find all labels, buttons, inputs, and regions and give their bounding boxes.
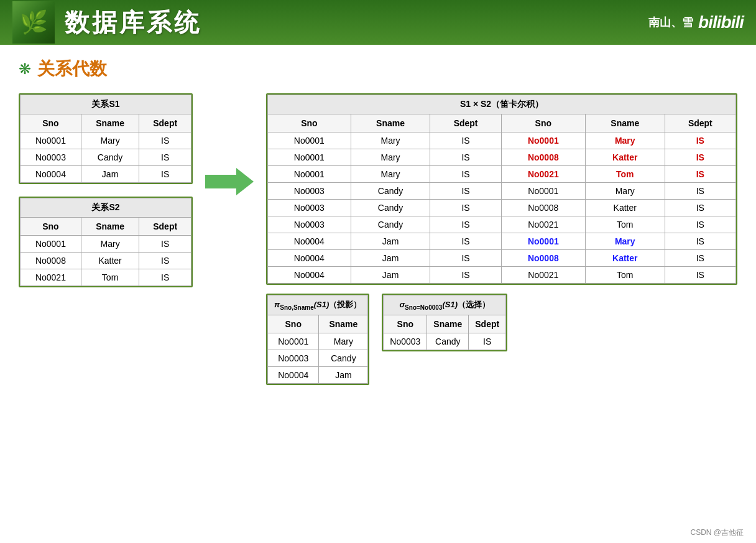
table-row: No0004 Jam IS No0008 Katter IS bbox=[268, 250, 736, 267]
cell: No0021 bbox=[501, 216, 585, 233]
cell: No0001 bbox=[268, 166, 351, 183]
footer-text: CSDN @吉他征 bbox=[690, 528, 744, 537]
cell: Jam bbox=[351, 233, 430, 250]
cell: Katter bbox=[585, 200, 665, 216]
table-row: No0003 Candy IS No0021 Tom IS bbox=[268, 216, 736, 233]
table-row: πSno,Sname(S1)（投影） bbox=[268, 295, 368, 315]
right-panel: S1 × S2（笛卡尔积） Sno Sname Sdept Sno Sname … bbox=[266, 93, 737, 385]
col-sno2: Sno bbox=[501, 114, 585, 132]
cell: Mary bbox=[585, 233, 665, 250]
cell: IS bbox=[665, 216, 735, 233]
cell: Mary bbox=[585, 132, 665, 149]
col-sname1: Sname bbox=[351, 114, 430, 132]
cell: IS bbox=[430, 149, 501, 166]
cartesian-table-container: S1 × S2（笛卡尔积） Sno Sname Sdept Sno Sname … bbox=[266, 93, 737, 285]
selection-table-container: σSno=No0003(S1)（选择） Sno Sname Sdept No00… bbox=[382, 294, 507, 351]
cell: IS bbox=[430, 200, 501, 216]
cell: Mary bbox=[81, 132, 139, 149]
cell: IS bbox=[430, 267, 501, 284]
sel-col-sno: Sno bbox=[384, 315, 427, 333]
selection-container: σSno=No0003(S1)（选择） Sno Sname Sdept No00… bbox=[382, 294, 507, 351]
cell: No0021 bbox=[501, 267, 585, 284]
s2-col-sno: Sno bbox=[21, 218, 81, 236]
cell: IS bbox=[139, 132, 191, 149]
table-row: No0001 Mary IS No0001 Mary IS bbox=[268, 132, 736, 149]
section-title-container: ❋ 关系代数 bbox=[19, 57, 737, 81]
cell: IS bbox=[430, 183, 501, 200]
cell: IS bbox=[469, 333, 506, 350]
cell: Jam bbox=[351, 267, 430, 284]
cell: IS bbox=[430, 166, 501, 183]
cell: Katter bbox=[585, 149, 665, 166]
cell: No0003 bbox=[384, 333, 427, 350]
cell: IS bbox=[665, 233, 735, 250]
cell: IS bbox=[665, 250, 735, 267]
cell: No0004 bbox=[268, 233, 351, 250]
main-layout: 关系S1 Sno Sname Sdept No0001 Mary IS bbox=[19, 93, 737, 385]
selection-table: σSno=No0003(S1)（选择） Sno Sname Sdept No00… bbox=[383, 295, 506, 350]
col-sdept1: Sdept bbox=[430, 114, 501, 132]
cell: IS bbox=[139, 269, 191, 286]
table-row: No0003 Candy IS bbox=[21, 149, 191, 166]
s1-table-container: 关系S1 Sno Sname Sdept No0001 Mary IS bbox=[19, 93, 193, 184]
selection-title: σSno=No0003(S1)（选择） bbox=[384, 295, 506, 315]
projection-container: πSno,Sname(S1)（投影） Sno Sname No0001 Mary bbox=[266, 294, 369, 385]
table-row: 关系S2 bbox=[21, 198, 191, 218]
col-sname2: Sname bbox=[585, 114, 665, 132]
cell: No0001 bbox=[21, 236, 81, 253]
s2-table-container: 关系S2 Sno Sname Sdept No0001 Mary IS bbox=[19, 197, 193, 287]
cell: No0008 bbox=[501, 149, 585, 166]
cell: No0001 bbox=[268, 132, 351, 149]
sel-col-sdept: Sdept bbox=[469, 315, 506, 333]
table-row: S1 × S2（笛卡尔积） bbox=[268, 95, 736, 114]
table-row: No0003 Candy IS No0001 Mary IS bbox=[268, 183, 736, 200]
selection-header: Sno Sname Sdept bbox=[384, 315, 506, 333]
s1-table: 关系S1 Sno Sname Sdept No0001 Mary IS bbox=[20, 95, 191, 183]
logo bbox=[12, 1, 55, 44]
cell: No0001 bbox=[501, 183, 585, 200]
cell: No0001 bbox=[21, 132, 81, 149]
cell: IS bbox=[139, 253, 191, 269]
main-content: ❋ 关系代数 关系S1 Sno Sname Sdept bbox=[0, 45, 756, 543]
cartesian-title: S1 × S2（笛卡尔积） bbox=[268, 95, 736, 114]
cell: No0021 bbox=[21, 269, 81, 286]
cell: No0003 bbox=[268, 216, 351, 233]
table-row: No0004 Jam IS No0001 Mary IS bbox=[268, 233, 736, 250]
cell: No0003 bbox=[268, 350, 319, 366]
table-row: No0008 Katter IS bbox=[21, 253, 191, 269]
table-row: No0001 Mary IS No0021 Tom IS bbox=[268, 166, 736, 183]
s1-title: 关系S1 bbox=[21, 95, 191, 114]
section-title: 关系代数 bbox=[37, 57, 107, 81]
cell: Candy bbox=[351, 183, 430, 200]
s1-header: Sno Sname Sdept bbox=[21, 114, 191, 132]
cell: Mary bbox=[351, 132, 430, 149]
cell: IS bbox=[430, 216, 501, 233]
cell: IS bbox=[665, 267, 735, 284]
cell: IS bbox=[139, 236, 191, 253]
table-row: No0001 Mary bbox=[268, 333, 368, 350]
cartesian-table: S1 × S2（笛卡尔积） Sno Sname Sdept Sno Sname … bbox=[267, 95, 736, 284]
table-row: No0003 Candy IS No0008 Katter IS bbox=[268, 200, 736, 216]
s1-col-sdept: Sdept bbox=[139, 114, 191, 132]
header-brand: 南山、雪 bbox=[648, 15, 693, 30]
cell: No0008 bbox=[501, 200, 585, 216]
table-row: No0004 Jam IS bbox=[21, 166, 191, 183]
cell: Mary bbox=[81, 236, 139, 253]
cell: Katter bbox=[585, 250, 665, 267]
cell: IS bbox=[430, 250, 501, 267]
center-arrow bbox=[205, 93, 254, 195]
cell: IS bbox=[665, 183, 735, 200]
s2-col-sname: Sname bbox=[81, 218, 139, 236]
cell: IS bbox=[665, 149, 735, 166]
bilibili-logo: bilibili bbox=[698, 12, 744, 32]
header-right: 南山、雪 bilibili bbox=[648, 12, 744, 32]
cell: Mary bbox=[351, 166, 430, 183]
cell: No0004 bbox=[268, 250, 351, 267]
cell: Candy bbox=[351, 200, 430, 216]
table-row: No0001 Mary IS No0008 Katter IS bbox=[268, 149, 736, 166]
projection-header: Sno Sname bbox=[268, 315, 368, 333]
proj-col-sno: Sno bbox=[268, 315, 319, 333]
footer: CSDN @吉他征 bbox=[690, 527, 744, 538]
table-row: 关系S1 bbox=[21, 95, 191, 114]
cell: No0003 bbox=[268, 183, 351, 200]
